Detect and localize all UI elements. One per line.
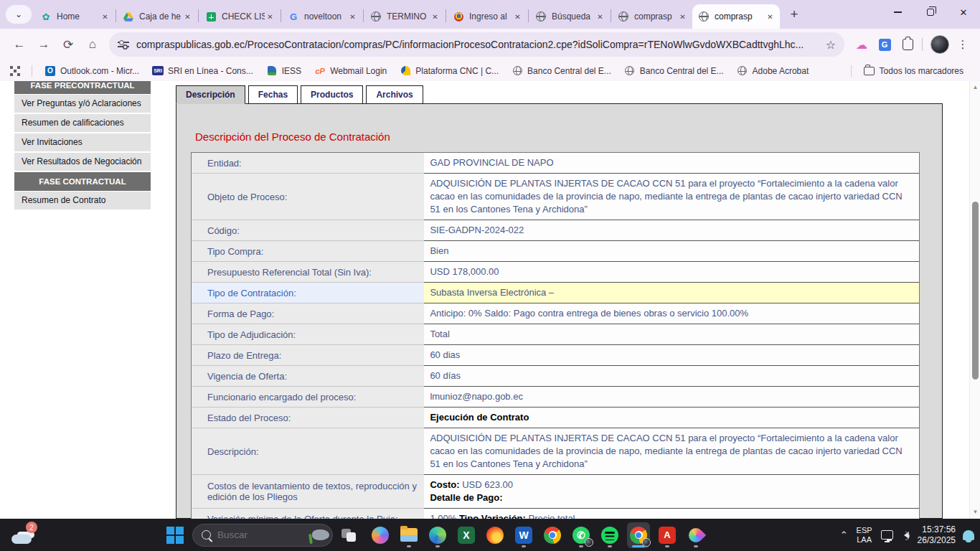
taskbar-app-whatsapp[interactable]: ✆ <box>570 522 593 548</box>
network-icon[interactable] <box>881 530 893 540</box>
bookmark-webmail[interactable]: cPWebmail Login <box>314 65 387 77</box>
tab-close-icon[interactable]: ✕ <box>182 11 193 22</box>
bookmark-bce-2[interactable]: Banco Central del E... <box>624 65 724 77</box>
taskbar-app-spotify[interactable] <box>598 522 621 548</box>
bookmark-bce-1[interactable]: Banco Central del E... <box>512 65 611 77</box>
back-button[interactable]: ← <box>7 32 32 57</box>
sidebar-item-preguntas[interactable]: Ver Preguntas y/ó Aclaraciones <box>14 95 151 113</box>
tab-productos[interactable]: Productos <box>301 85 363 104</box>
scroll-down-arrow[interactable]: ▼ <box>970 507 980 517</box>
sidebar-item-contrato[interactable]: Resumen de Contrato <box>14 192 151 209</box>
tab-noveltoon[interactable]: G noveltoon ✕ <box>282 4 362 29</box>
taskbar-app-copilot[interactable] <box>369 522 392 548</box>
taskbar-search[interactable] <box>192 524 333 547</box>
browser-toolbar: ← → ⟳ ⌂ compraspublicas.gob.ec/ProcesoCo… <box>0 29 980 60</box>
forward-button[interactable]: → <box>32 32 56 57</box>
translate-icon[interactable]: G <box>875 34 895 55</box>
scrollbar-thumb[interactable] <box>972 202 979 380</box>
tab-label: comprasp <box>634 11 677 22</box>
search-input[interactable] <box>217 529 308 540</box>
tab-comprasp-active[interactable]: comprasp ✕ <box>692 4 780 29</box>
taskbar-app-chrome[interactable] <box>541 522 564 548</box>
bookmarks-bar: OOutlook.com - Micr... SRISRI en Línea -… <box>0 60 980 81</box>
taskbar-app-explorer[interactable] <box>397 522 420 548</box>
bookmark-star-icon[interactable]: ☆ <box>826 38 836 52</box>
profile-avatar[interactable] <box>930 34 950 55</box>
scroll-up-arrow[interactable]: ▲ <box>970 83 980 93</box>
tab-busqueda[interactable]: Búsqueda ✕ <box>529 4 610 29</box>
tab-close-icon[interactable]: ✕ <box>512 11 523 22</box>
url-text[interactable]: compraspublicas.gob.ec/ProcesoContrataci… <box>136 39 820 50</box>
taskbar-weather-widget[interactable]: 2 <box>11 524 36 545</box>
taskbar-app-firefox[interactable] <box>484 522 507 548</box>
bookmark-label: Adobe Acrobat <box>753 66 809 76</box>
restore-button[interactable] <box>914 0 947 24</box>
tab-caja[interactable]: Caja de he ✕ <box>117 4 197 29</box>
tab-label: Caja de he <box>139 11 182 22</box>
tray-chevron-up-icon[interactable]: ⌃ <box>840 529 848 540</box>
weather-extension-icon[interactable]: ☁ <box>852 34 872 55</box>
reload-button[interactable]: ⟳ <box>56 32 80 57</box>
taskbar-app-word[interactable]: W <box>512 522 535 548</box>
task-view-button[interactable] <box>341 529 356 542</box>
bookmark-cnc[interactable]: Plataforma CNC | C... <box>400 65 499 77</box>
taskbar-app-acrobat[interactable]: A <box>656 522 679 548</box>
tab-close-icon[interactable]: ✕ <box>430 11 440 22</box>
detalle-pago-label: Detalle de Pago: <box>430 492 502 503</box>
tab-archivos[interactable]: Archivos <box>366 85 423 104</box>
bookmark-sri[interactable]: SRISRI en Línea - Cons... <box>152 65 253 77</box>
taskbar-app-edge[interactable] <box>426 522 449 548</box>
home-button[interactable]: ⌂ <box>80 32 105 57</box>
page-scrollbar[interactable]: ▲ ▼ <box>969 81 980 519</box>
bookmark-iess[interactable]: IESS <box>266 65 301 77</box>
tab-search-button[interactable]: ⌄ <box>6 5 32 24</box>
tab-close-icon[interactable]: ✕ <box>347 11 358 22</box>
tab-close-icon[interactable]: ✕ <box>100 11 110 22</box>
keyboard-layout: LAA <box>857 535 872 545</box>
clock[interactable]: 15:37:56 26/3/2025 <box>918 524 956 546</box>
content-tabs: Descripción Fechas Productos Archivos <box>176 85 426 103</box>
minimize-button[interactable] <box>881 0 914 24</box>
sidebar-item-calificaciones[interactable]: Resumen de calificaciones <box>14 114 151 132</box>
bookmark-outlook[interactable]: OOutlook.com - Micr... <box>44 65 139 77</box>
browser-menu-button[interactable]: ⋮ <box>953 34 973 55</box>
row-label: Tipo de Contratación: <box>192 283 424 303</box>
tab-comprasp-1[interactable]: comprasp ✕ <box>612 4 692 29</box>
apps-grid-icon[interactable] <box>10 66 20 76</box>
table-row: Funcionario encargado del proceso:lmunio… <box>192 387 919 408</box>
tab-close-icon[interactable]: ✕ <box>677 11 688 22</box>
acrobat-icon: A <box>659 527 676 544</box>
taskbar-app-paint-drop[interactable] <box>684 522 707 548</box>
file-explorer-icon <box>400 528 418 542</box>
start-button[interactable] <box>166 527 184 544</box>
side-panel-icon[interactable] <box>897 34 918 55</box>
tab-home[interactable]: ✿ Home ✕ <box>34 4 115 29</box>
sidebar-item-invitaciones[interactable]: Ver Invitaciones <box>14 133 151 151</box>
tab-termino[interactable]: TERMINO ✕ <box>364 4 445 29</box>
site-info-icon[interactable] <box>118 39 129 50</box>
table-row: Tipo de Adjudicación:Total <box>192 324 919 345</box>
taskbar-app-excel[interactable]: X <box>455 522 478 548</box>
language-indicator[interactable]: ESP LAA <box>857 526 872 545</box>
bookmark-acrobat[interactable]: Adobe Acrobat <box>737 65 809 77</box>
search-icon <box>202 530 211 540</box>
all-bookmarks-label: Todos los marcadores <box>880 66 963 76</box>
tab-ingreso[interactable]: Ingreso al ✕ <box>447 4 527 29</box>
volume-icon[interactable] <box>900 532 909 539</box>
tab-close-icon[interactable]: ✕ <box>765 11 776 22</box>
tab-descripcion[interactable]: Descripción <box>176 85 245 104</box>
address-bar[interactable]: compraspublicas.gob.ec/ProcesoContrataci… <box>109 32 844 57</box>
notification-count-badge: 2 <box>26 522 37 533</box>
tab-close-icon[interactable]: ✕ <box>265 11 275 22</box>
tab-checklist[interactable]: CHECK LIS ✕ <box>199 4 280 29</box>
row-value: Bien <box>424 241 919 262</box>
all-bookmarks-button[interactable]: Todos los marcadores <box>864 66 963 76</box>
tab-fechas[interactable]: Fechas <box>248 85 298 104</box>
taskbar-app-chrome-active[interactable] <box>627 522 650 548</box>
new-tab-button[interactable]: + <box>784 4 804 24</box>
row-value: USD 178,000.00 <box>424 262 919 283</box>
close-button[interactable]: ✕ <box>947 0 980 24</box>
tab-close-icon[interactable]: ✕ <box>595 11 606 22</box>
sidebar-item-negociacion[interactable]: Ver Resultados de Negociación <box>14 153 151 171</box>
notification-bell-icon[interactable] <box>963 530 974 540</box>
